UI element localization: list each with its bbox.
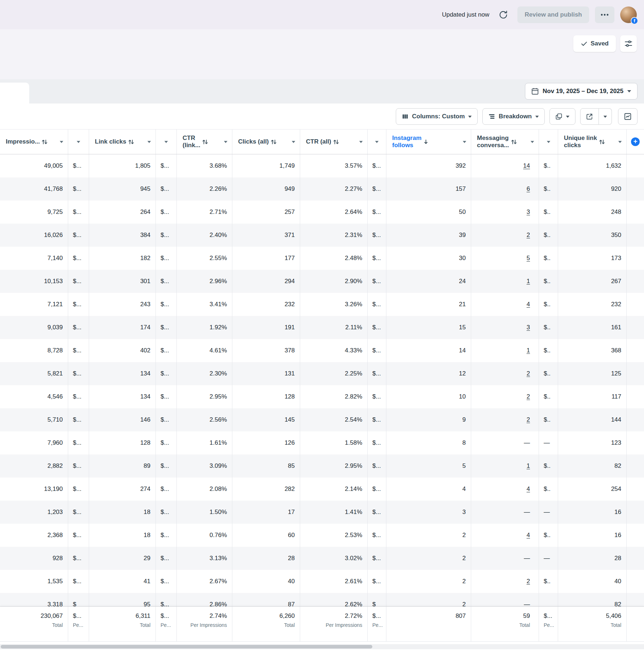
chevron-down-icon[interactable] xyxy=(164,141,168,143)
tooltip-value[interactable]: 6 xyxy=(527,185,530,193)
tooltip-value[interactable]: 2 xyxy=(527,416,530,423)
chevron-down-icon[interactable] xyxy=(528,141,534,143)
cell-money-1: $ xyxy=(68,593,89,606)
tooltip-value[interactable]: 2 xyxy=(527,578,530,585)
profile-avatar[interactable] xyxy=(620,6,637,23)
sort-icon[interactable] xyxy=(41,139,48,145)
cell-impressions: 49,005 xyxy=(0,154,68,177)
column-header-money-2[interactable] xyxy=(156,129,177,154)
chevron-down-icon[interactable] xyxy=(547,141,551,143)
chevron-down-icon[interactable] xyxy=(76,141,80,143)
tooltip-value[interactable]: 5 xyxy=(527,255,530,262)
cell-money-3: $... xyxy=(368,570,386,593)
add-column-button[interactable] xyxy=(627,129,644,154)
cell-money-4: $.. xyxy=(539,524,558,547)
calendar-icon xyxy=(531,87,539,95)
cell-ctr-link: 2.08% xyxy=(177,478,232,501)
reports-button[interactable] xyxy=(549,108,575,125)
cell-money-4: — xyxy=(539,501,558,524)
table-row: 1,203$...18$...1.50%171.41%$...3——16 xyxy=(0,501,644,524)
columns-button[interactable]: Columns: Custom xyxy=(396,108,478,125)
cell-ctr-link: 3.09% xyxy=(177,454,232,478)
cell-money-1: $... xyxy=(68,339,89,362)
sort-icon[interactable] xyxy=(271,139,277,145)
column-header-clicks-all[interactable]: Clicks (all) xyxy=(232,129,300,154)
cell-messaging-conversations: 2 xyxy=(471,570,539,593)
tooltip-value[interactable]: 2 xyxy=(527,393,530,400)
cell-unique-link-clicks: 40 xyxy=(558,570,627,593)
cell-unique-link-clicks: 16 xyxy=(558,501,627,524)
total-impressions: 230,067Total xyxy=(0,607,68,641)
review-and-publish-button[interactable]: Review and publish xyxy=(517,6,589,23)
cell-messaging-conversations: — xyxy=(471,547,539,570)
sort-icon[interactable] xyxy=(202,139,208,145)
total-value: 2.72% xyxy=(345,612,362,620)
table-row: 9,725$...264$...2.71%2572.64%$...503$..2… xyxy=(0,201,644,224)
column-header-money-4[interactable] xyxy=(539,129,558,154)
column-header-ctr-link[interactable]: CTR (link... xyxy=(177,129,232,154)
chevron-down-icon[interactable] xyxy=(375,141,379,143)
column-header-money-3[interactable] xyxy=(368,129,386,154)
saved-button[interactable]: Saved xyxy=(573,35,616,52)
cell-unique-link-clicks: 125 xyxy=(558,362,627,385)
date-range-picker[interactable]: Nov 19, 2025 – Dec 19, 2025 xyxy=(525,83,638,100)
tooltip-value[interactable]: 3 xyxy=(527,208,530,216)
horizontal-scrollbar[interactable] xyxy=(0,644,644,649)
column-header-impressions[interactable]: Impressio... xyxy=(0,129,68,154)
settings-sliders-button[interactable] xyxy=(620,35,637,52)
chevron-down-icon[interactable] xyxy=(357,141,363,143)
filler-cell xyxy=(627,524,644,547)
tooltip-value[interactable]: 1 xyxy=(527,278,530,285)
tooltip-value[interactable]: 1 xyxy=(527,462,530,470)
sort-icon[interactable] xyxy=(128,139,134,145)
column-header-money-1[interactable] xyxy=(68,129,89,154)
active-tab[interactable] xyxy=(0,83,29,104)
cell-unique-link-clicks: 144 xyxy=(558,408,627,431)
cell-ctr-all: 1.41% xyxy=(300,501,368,524)
sort-icon[interactable] xyxy=(511,139,517,145)
total-messaging-conversations: 59Total xyxy=(471,607,539,641)
tooltip-value[interactable]: 2 xyxy=(527,232,530,239)
column-header-messaging-conversations[interactable]: Messaging conversa... xyxy=(471,129,539,154)
chevron-down-icon[interactable] xyxy=(222,141,228,143)
cell-ctr-link: 4.61% xyxy=(177,339,232,362)
cell-money-2: $... xyxy=(156,593,177,606)
more-options-button[interactable] xyxy=(595,6,614,23)
table-row: 4,546$...134$...2.95%1282.82%$...102$..1… xyxy=(0,385,644,408)
breakdown-button[interactable]: Breakdown xyxy=(482,108,545,125)
tooltip-value[interactable]: 2 xyxy=(527,370,530,377)
chevron-down-icon[interactable] xyxy=(57,141,63,143)
cell-clicks-all: 128 xyxy=(232,385,300,408)
column-header-instagram-follows[interactable]: Instagram follows xyxy=(386,129,471,154)
sort-desc-icon[interactable] xyxy=(423,139,429,145)
updated-status: Updated just now xyxy=(442,11,489,18)
tooltip-value[interactable]: 4 xyxy=(527,532,530,539)
cell-clicks-all: 17 xyxy=(232,501,300,524)
view-charts-button[interactable] xyxy=(618,108,638,125)
tooltip-value[interactable]: 1 xyxy=(527,347,530,354)
chevron-down-icon[interactable] xyxy=(616,141,622,143)
total-caption: Total xyxy=(610,622,621,628)
chevron-down-icon[interactable] xyxy=(460,141,466,143)
chevron-down-icon[interactable] xyxy=(145,141,151,143)
scrollbar-thumb[interactable] xyxy=(1,645,372,649)
export-options-button[interactable] xyxy=(599,108,612,125)
column-header-ctr-all[interactable]: CTR (all) xyxy=(300,129,368,154)
table-row: 2,882$...89$...3.09%852.95%$...51$..82 xyxy=(0,454,644,478)
tooltip-value[interactable]: 4 xyxy=(527,301,530,308)
sort-icon[interactable] xyxy=(333,139,339,145)
cell-money-3: $... xyxy=(368,201,386,224)
cell-impressions: 7,121 xyxy=(0,293,68,316)
cell-unique-link-clicks: 28 xyxy=(558,547,627,570)
refresh-button[interactable] xyxy=(495,6,512,23)
filler-cell xyxy=(627,385,644,408)
column-label: Link clicks xyxy=(95,138,126,145)
sort-icon[interactable] xyxy=(599,139,605,145)
chevron-down-icon[interactable] xyxy=(289,141,295,143)
tooltip-value[interactable]: 4 xyxy=(527,485,530,493)
column-header-link-clicks[interactable]: Link clicks xyxy=(89,129,156,154)
tooltip-value[interactable]: 14 xyxy=(523,162,530,170)
tooltip-value[interactable]: 3 xyxy=(527,324,530,331)
column-header-unique-link-clicks[interactable]: Unique link clicks xyxy=(558,129,627,154)
export-button[interactable] xyxy=(580,108,599,125)
